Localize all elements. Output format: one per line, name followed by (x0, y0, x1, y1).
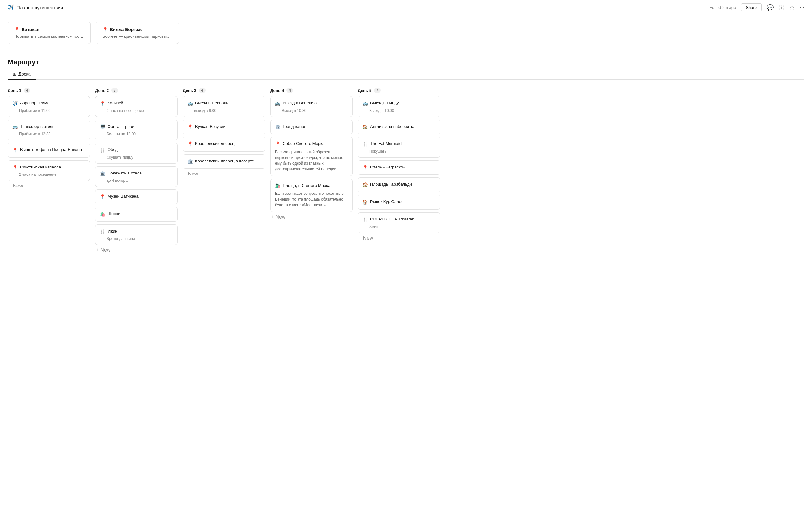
card-title: ✈️ Аэропорт Рима (12, 100, 85, 107)
card[interactable]: 🛍️ Площадь Святого Марка Если возникает … (270, 179, 353, 212)
card[interactable]: 📍 Музеи Ватикана (95, 189, 178, 204)
new-card-button[interactable]: + New (183, 169, 199, 179)
top-card[interactable]: 📍 Ватикан Побывать в самом маленьком гос… (8, 22, 91, 44)
app-title: Планер путешествий (16, 5, 63, 10)
column-header: День 4 4 (270, 86, 353, 96)
card[interactable]: 📍 Собор Святого Марка Весьма оригинальны… (270, 137, 353, 176)
plus-icon: + (359, 236, 361, 241)
card-title: 🍴 CREPERIE Le Trimaran (363, 216, 435, 223)
card[interactable]: 📍 Королевский дворец (183, 137, 265, 152)
column-day3: День 3 4 🚌 Выезд в Неаполь выезд в 9:00 … (183, 86, 265, 179)
column-day2: День 2 7 📍 Колизей 2 часа на посещение 🖥… (95, 86, 178, 255)
location-icon: 📍 (14, 27, 20, 32)
card[interactable]: 🚌 Выезд в Ниццу Выезд в 10:00 (358, 96, 440, 117)
card-icon: 🚌 (275, 101, 280, 107)
card[interactable]: 🏛️ Гранд-канал (270, 119, 353, 134)
comment-icon[interactable]: 💬 (767, 4, 774, 11)
column-header: День 3 4 (183, 86, 265, 96)
card[interactable]: 🏠 Площадь Гарибальди (358, 177, 440, 192)
card-icon: 📍 (12, 147, 18, 154)
card[interactable]: 🚌 Трансфер в отель Прибытие в 12:30 (8, 119, 90, 141)
card-sub: Скушать пиццу (100, 155, 173, 160)
top-card[interactable]: 📍 Вилла Боргезе Боргезе — красивейший па… (96, 22, 179, 44)
card-title: 🛍️ Площадь Святого Марка (275, 183, 348, 189)
new-card-button[interactable]: + New (8, 181, 24, 191)
card[interactable]: 🍴 Ужин Время для вина (95, 224, 178, 245)
cards-list: 🚌 Выезд в Неаполь выезд в 9:00 📍 Вулкан … (183, 96, 265, 169)
card-icon: 📍 (275, 141, 280, 147)
top-card-title: 📍 Ватикан (14, 27, 84, 32)
board-icon: ⊞ (13, 71, 16, 76)
card-sub: 2 часа на посещение (100, 109, 173, 113)
top-card-title: 📍 Вилла Боргезе (102, 27, 172, 32)
card-sub: Время для вина (100, 236, 173, 241)
column-title: День 1 (8, 88, 21, 93)
card[interactable]: 🍴 Обед Скушать пиццу (95, 143, 178, 164)
card-title: 🚌 Выезд в Неаполь (187, 100, 260, 107)
card[interactable]: 🏠 Рынок Кур Салея (358, 195, 440, 210)
star-icon[interactable]: ☆ (789, 4, 795, 11)
card[interactable]: 🍴 The Fat Mermaid Покушать (358, 137, 440, 158)
card[interactable]: 🖥️ Фонтан Треви Билеты на 12:00 (95, 119, 178, 141)
card-title: 🏠 Английская набережная (363, 124, 435, 130)
card[interactable]: 🛍️ Шоппинг (95, 207, 178, 222)
card-icon: 🛍️ (100, 211, 105, 218)
column-header: День 1 4 (8, 86, 90, 96)
tabs: ⊞ Доска (8, 69, 804, 80)
card-sub: 2 часа на посещение (12, 172, 85, 177)
card-sub: Выезд в 10:00 (363, 109, 435, 113)
card[interactable]: 🏛️ Королевский дворец в Казерте (183, 154, 265, 169)
column-title: День 4 (270, 88, 284, 93)
card-icon: 🏛️ (100, 171, 105, 177)
card[interactable]: 📍 Сикстинская капелла 2 часа на посещени… (8, 160, 90, 181)
share-button[interactable]: Share (741, 3, 762, 11)
card[interactable]: 📍 Колизей 2 часа на посещение (95, 96, 178, 117)
more-icon[interactable]: ··· (800, 4, 804, 11)
new-card-button[interactable]: + New (358, 233, 374, 243)
card[interactable]: 📍 Вулкан Везувий (183, 119, 265, 134)
card-title: 🚌 Трансфер в отель (12, 124, 85, 130)
card-title: 📍 Королевский дворец (187, 141, 260, 147)
card[interactable]: 🍴 CREPERIE Le Trimaran Ужин (358, 212, 440, 233)
card[interactable]: 🏠 Английская набережная (358, 119, 440, 134)
card[interactable]: 📍 Выпить кофе на Пьяцца Навона (8, 143, 90, 158)
card-sub: Прибытие в 11:00 (12, 109, 85, 113)
new-card-button[interactable]: + New (270, 212, 286, 222)
card-icon: 🚌 (12, 124, 18, 130)
new-label: New (100, 247, 111, 253)
card-title: 📍 Выпить кофе на Пьяцца Навона (12, 147, 85, 154)
card-sub: Ужин (363, 224, 435, 229)
column-badge: 4 (199, 88, 205, 93)
card-sub: выезд в 9:00 (187, 109, 260, 113)
card-title: 🚌 Выезд в Венецию (275, 100, 348, 107)
card-icon: ✈️ (12, 101, 18, 107)
column-badge: 7 (374, 88, 381, 93)
plus-icon: + (271, 214, 274, 219)
top-cards: 📍 Ватикан Побывать в самом маленьком гос… (8, 15, 804, 51)
info-icon[interactable]: ⓘ (779, 4, 784, 11)
card-icon: 🚌 (187, 101, 193, 107)
card[interactable]: ✈️ Аэропорт Рима Прибытие в 11:00 (8, 96, 90, 117)
card[interactable]: 🚌 Выезд в Неаполь выезд в 9:00 (183, 96, 265, 117)
card-icon: 🏠 (363, 182, 368, 188)
card[interactable]: 🏛️ Полежать в отеле до 4 вечера (95, 166, 178, 187)
card-icon: 🏛️ (187, 159, 193, 165)
card-icon: 🍴 (363, 217, 368, 223)
column-title: День 2 (95, 88, 109, 93)
card[interactable]: 🚌 Выезд в Венецию Выезд в 10:30 (270, 96, 353, 117)
nav-actions: Edited 2m ago Share 💬 ⓘ ☆ ··· (709, 3, 804, 11)
card-title: 🍴 The Fat Mermaid (363, 141, 435, 147)
tab-board[interactable]: ⊞ Доска (8, 69, 36, 80)
card[interactable]: 📍 Отель «Негреско» (358, 160, 440, 175)
column-header: День 5 7 (358, 86, 440, 96)
new-label: New (13, 183, 23, 188)
plus-icon: + (8, 183, 11, 188)
plus-icon: + (183, 171, 186, 176)
column-badge: 7 (111, 88, 118, 93)
new-card-button[interactable]: + New (95, 245, 111, 255)
card-icon: 🏠 (363, 124, 368, 130)
card-sub: Прибытие в 12:30 (12, 132, 85, 136)
card-title: 📍 Музеи Ватикана (100, 194, 173, 200)
card-icon: 🏠 (363, 199, 368, 205)
card-sub: Билеты на 12:00 (100, 132, 173, 136)
